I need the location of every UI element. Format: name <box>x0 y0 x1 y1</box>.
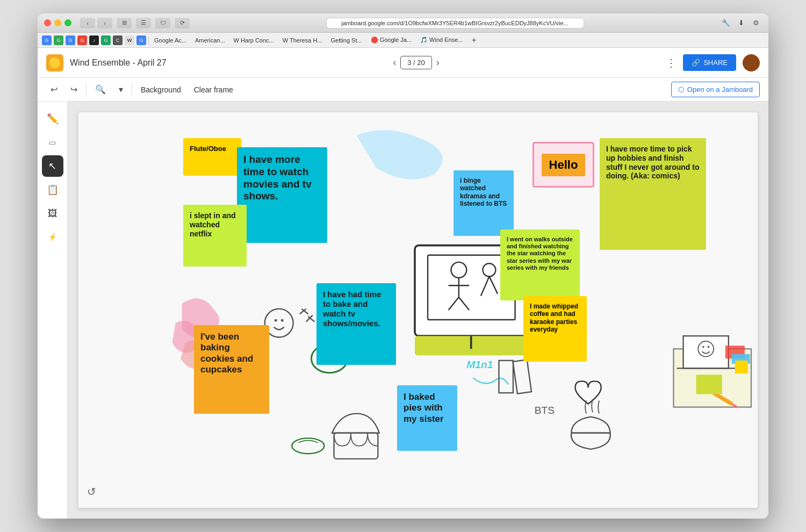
bm-icon-8: W <box>125 35 134 45</box>
bm-icon-3: G <box>66 35 75 45</box>
sticky-walks-text: I went on walks outside and finished wat… <box>507 236 573 271</box>
refresh-icon[interactable]: ↺ <box>87 485 96 498</box>
app-title: Wind Ensemble - April 27 <box>70 58 167 68</box>
nav-buttons: ‹ › <box>80 18 112 28</box>
bookmarks-bar: G G G G ♪ G C W G Google Ac... American.… <box>38 33 768 48</box>
svg-rect-18 <box>334 433 378 459</box>
sticky-hobbies-text: I have more time to pick up hobbies and … <box>606 145 699 180</box>
bm-icon-7: C <box>113 35 123 45</box>
svg-text:M1n1: M1n1 <box>466 359 493 370</box>
sticky-coffee[interactable]: I made whipped coffee and had karaoke pa… <box>523 296 587 362</box>
main-window: ‹ › ⊞ ☰ 🛡 ⟳ jamboard.google.com/d/1O9bcf… <box>38 13 768 519</box>
svg-line-28 <box>700 384 732 404</box>
laser-tool[interactable]: ⚡ <box>42 226 63 248</box>
svg-line-9 <box>459 297 469 310</box>
sticky-hobbies[interactable]: I have more time to pick up hobbies and … <box>600 138 706 250</box>
hello-card[interactable]: Hello <box>532 142 594 188</box>
next-frame-button[interactable]: › <box>436 57 440 68</box>
bm-google-ac[interactable]: Google Ac... <box>151 36 190 45</box>
bm-icon-6: G <box>101 35 111 45</box>
svg-point-5 <box>451 262 466 278</box>
bm-american[interactable]: American... <box>192 36 228 45</box>
bm-google-ja[interactable]: 🔴 Google Ja... <box>368 35 415 45</box>
titlebar: ‹ › ⊞ ☰ 🛡 ⟳ jamboard.google.com/d/1O9bcf… <box>38 13 768 33</box>
address-bar[interactable]: jamboard.google.com/d/1O9bcfwXMr3Y5ER4b1… <box>326 18 584 28</box>
share-button[interactable]: 🔗 SHARE <box>683 54 736 71</box>
header-actions: ⋮ 🔗 SHARE <box>666 54 760 71</box>
eraser-tool[interactable]: ▭ <box>42 132 63 153</box>
pen-tool[interactable]: ✏️ <box>42 108 63 130</box>
hello-text: Hello <box>542 154 586 176</box>
svg-rect-30 <box>696 375 722 394</box>
sticky-bake-watch[interactable]: I have had time to bake and watch tv sho… <box>316 283 396 365</box>
app-header: 🟡 Wind Ensemble - April 27 ‹ 3 / 20 › ⋮ … <box>38 48 768 78</box>
redo-button[interactable]: ↪ <box>66 82 82 97</box>
sticky-more-time-movies-text: I have more time to watch movies and tv … <box>243 154 312 202</box>
open-jamboard-button[interactable]: ⬡ Open on a Jamboard <box>671 82 760 97</box>
sticky-pies[interactable]: I baked pies with my sister <box>397 385 457 451</box>
svg-rect-26 <box>732 354 750 364</box>
svg-text:BTS: BTS <box>535 405 555 416</box>
undo-button[interactable]: ↩ <box>46 82 62 97</box>
svg-point-1 <box>275 319 277 322</box>
traffic-lights <box>44 19 71 26</box>
app-logo: 🟡 <box>46 54 63 71</box>
sticky-note-tool[interactable]: 📋 <box>42 179 63 200</box>
svg-line-8 <box>449 297 459 310</box>
svg-rect-11 <box>415 336 528 355</box>
sticky-binge-watched[interactable]: i binge watched kdramas and listened to … <box>454 170 514 236</box>
zoom-button[interactable]: 🔍 <box>91 82 110 97</box>
sticky-slept-in[interactable]: i slept in and watched netflix <box>183 205 247 267</box>
maximize-button[interactable] <box>64 19 71 26</box>
bm-wind[interactable]: 🎵 Wind Ense... <box>417 35 466 45</box>
frame-nav: ‹ 3 / 20 › <box>393 56 440 69</box>
sticky-flute-oboe[interactable]: Flute/Oboe <box>183 138 241 176</box>
back-button[interactable]: ‹ <box>80 18 95 28</box>
bm-harp[interactable]: W Harp Conc... <box>231 36 277 45</box>
svg-rect-27 <box>735 361 748 373</box>
extensions-icon[interactable]: 🔧 <box>720 17 732 29</box>
canvas-area: M1n1 BTS <box>68 102 768 519</box>
toolbar: ↩ ↪ 🔍 ▾ Background Clear frame ⬡ Open on… <box>38 78 768 102</box>
svg-rect-20 <box>674 349 751 407</box>
forward-button[interactable]: › <box>97 18 112 28</box>
background-button[interactable]: Background <box>136 83 185 96</box>
open-jamboard-label: Open on a Jamboard <box>687 85 753 94</box>
sidebar-button[interactable]: ☰ <box>136 18 151 28</box>
sticky-cookies-text: I've been baking cookies and cupcakes <box>200 332 253 375</box>
image-tool[interactable]: 🖼 <box>42 203 63 224</box>
clear-frame-button[interactable]: Clear frame <box>190 83 238 96</box>
settings-icon[interactable]: ⚙ <box>750 17 762 29</box>
user-avatar[interactable] <box>743 54 760 71</box>
minimize-button[interactable] <box>54 19 61 26</box>
share-icon: 🔗 <box>692 59 700 67</box>
tab-overview-button[interactable]: ⊞ <box>117 18 132 28</box>
sticky-more-time-movies[interactable]: I have more time to watch movies and tv … <box>237 147 327 243</box>
refresh-button[interactable]: ⟳ <box>175 18 190 28</box>
share-label: SHARE <box>703 59 728 67</box>
jamboard[interactable]: M1n1 BTS <box>78 112 758 508</box>
svg-point-19 <box>292 438 324 454</box>
bm-add[interactable]: + <box>468 34 479 46</box>
svg-rect-16 <box>513 360 532 393</box>
bm-getting[interactable]: Getting St... <box>328 36 365 45</box>
external-link-icon: ⬡ <box>678 85 684 94</box>
svg-point-2 <box>281 319 284 322</box>
bm-icon-4: G <box>77 35 87 45</box>
bm-icon-5: ♪ <box>89 35 99 45</box>
sticky-coffee-text: I made whipped coffee and had karaoke pa… <box>530 303 578 333</box>
close-button[interactable] <box>44 19 51 26</box>
sticky-flute-oboe-text: Flute/Oboe <box>190 145 226 153</box>
prev-frame-button[interactable]: ‹ <box>393 57 396 68</box>
sticky-walks[interactable]: I went on walks outside and finished wat… <box>500 229 580 300</box>
sticky-bake-watch-text: I have had time to bake and watch tv sho… <box>323 290 381 328</box>
bm-theresa[interactable]: W Theresa H... <box>279 36 326 45</box>
download-icon[interactable]: ⬇ <box>735 17 747 29</box>
more-options-button[interactable]: ⋮ <box>666 56 677 69</box>
shield-icon[interactable]: 🛡 <box>155 18 170 28</box>
zoom-dropdown-button[interactable]: ▾ <box>114 82 127 97</box>
select-tool[interactable]: ↖ <box>42 155 63 177</box>
sticky-cookies[interactable]: I've been baking cookies and cupcakes <box>194 325 269 414</box>
bm-icon-1: G <box>42 35 52 45</box>
frame-indicator: 3 / 20 <box>400 56 432 69</box>
